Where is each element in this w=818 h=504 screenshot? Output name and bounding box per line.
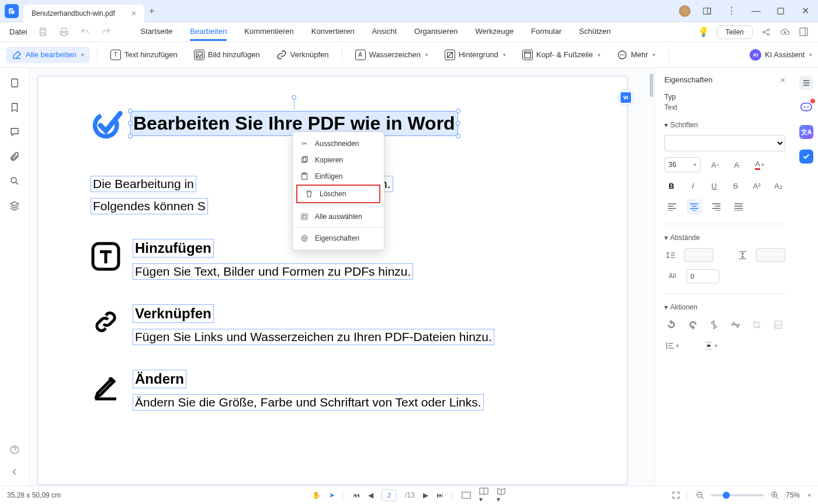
translate-icon[interactable]: 文A	[799, 125, 813, 139]
close-panel-icon[interactable]: ×	[780, 75, 785, 85]
tab-startseite[interactable]: Startseite	[140, 23, 172, 41]
search-icon[interactable]	[9, 175, 20, 187]
maximize-icon[interactable]	[772, 3, 789, 19]
next-page-icon[interactable]: ▶	[423, 491, 428, 499]
text-box[interactable]: Verknüpfen	[133, 304, 214, 323]
settings-rail-icon[interactable]	[799, 76, 813, 90]
flip-horizontal-icon[interactable]	[729, 317, 743, 332]
decrease-font-icon[interactable]: A-	[730, 157, 745, 172]
properties-menu-item[interactable]: Eigenschaften	[293, 230, 384, 246]
reading-mode-icon[interactable]: ▾	[497, 487, 506, 503]
print-icon[interactable]	[58, 27, 69, 37]
undo-icon[interactable]	[79, 27, 90, 37]
font-color-icon[interactable]: A▾	[752, 157, 767, 172]
help-icon[interactable]	[9, 444, 20, 456]
file-menu[interactable]: Datei	[9, 27, 27, 36]
superscript-icon[interactable]: A²	[750, 178, 764, 193]
text-box[interactable]: Fügen Sie Links und Wasserzeichen zu Ihr…	[133, 329, 494, 345]
text-box[interactable]: Fügen Sie Text, Bilder und Formen zu PDF…	[133, 263, 413, 280]
delete-menu-item[interactable]: Löschen	[296, 185, 380, 203]
bold-icon[interactable]: B	[664, 178, 679, 193]
add-image-button[interactable]: Bild hinzufügen	[188, 47, 266, 63]
window-panel-icon[interactable]	[699, 3, 715, 19]
tab-werkzeuge[interactable]: Werkzeuge	[476, 23, 514, 41]
rotate-left-icon[interactable]	[664, 317, 679, 332]
tab-schützen[interactable]: Schützen	[579, 23, 611, 41]
tab-organisieren[interactable]: Organisieren	[414, 23, 457, 41]
flip-vertical-icon[interactable]	[707, 317, 722, 332]
crop-icon[interactable]	[750, 317, 764, 332]
share-graph-icon[interactable]	[761, 27, 771, 37]
bookmark-icon[interactable]	[9, 102, 20, 113]
rotate-right-icon[interactable]	[686, 317, 701, 332]
text-box[interactable]: Die Bearbeitung in	[91, 176, 196, 192]
redo-icon[interactable]	[100, 27, 111, 37]
paragraph-spacing-input[interactable]	[756, 248, 785, 262]
zoom-slider[interactable]	[711, 494, 764, 496]
minimize-icon[interactable]: —	[748, 3, 764, 19]
add-text-button[interactable]: TText hinzufügen	[105, 47, 183, 63]
user-avatar[interactable]	[679, 5, 691, 17]
cloud-icon[interactable]	[779, 27, 790, 37]
text-box[interactable]: Ändern Sie die Größe, Farbe und Schrifta…	[133, 394, 484, 411]
lightbulb-icon[interactable]: 💡	[698, 27, 709, 37]
close-window-icon[interactable]: ✕	[797, 3, 813, 19]
tab-formular[interactable]: Formular	[531, 23, 561, 41]
window-layout-icon[interactable]	[798, 27, 809, 37]
more-button[interactable]: Mehr▾	[611, 47, 662, 63]
layers-icon[interactable]	[9, 200, 20, 211]
document-tab[interactable]: Benutzerhandbuch-win.pdf ×	[23, 5, 144, 22]
check-rail-icon[interactable]	[799, 150, 813, 164]
header-footer-button[interactable]: Kopf- & Fußzeile▾	[517, 47, 606, 63]
view-mode-icon[interactable]: ▾	[479, 487, 488, 503]
select-tool-icon[interactable]: ➤	[329, 491, 335, 499]
italic-icon[interactable]: I	[686, 178, 701, 193]
prev-page-icon[interactable]: ◀	[368, 491, 373, 499]
kebab-icon[interactable]: ⋮	[723, 3, 740, 19]
tab-bearbeiten[interactable]: Bearbeiten	[190, 23, 227, 41]
save-icon[interactable]	[37, 27, 48, 37]
zoom-level[interactable]: 75%	[786, 491, 800, 499]
replace-image-icon[interactable]	[771, 317, 786, 332]
tab-kommentieren[interactable]: Kommentieren	[244, 23, 294, 41]
paste-menu-item[interactable]: Einfügen	[293, 168, 384, 185]
fonts-section[interactable]: ▾ Schriften	[664, 121, 785, 129]
strikethrough-icon[interactable]: S	[729, 178, 743, 193]
background-button[interactable]: Hintergrund▾	[439, 47, 512, 63]
tab-ansicht[interactable]: Ansicht	[372, 23, 397, 41]
align-objects-icon[interactable]: ▾	[664, 338, 680, 353]
font-size-input[interactable]: 36▾	[664, 157, 701, 172]
last-page-icon[interactable]: ⏭	[436, 491, 443, 499]
edit-all-button[interactable]: Alle bearbeiten▾	[6, 47, 90, 63]
share-button[interactable]: Teilen	[717, 25, 753, 39]
text-box[interactable]: Folgendes können S	[91, 198, 208, 214]
attachment-icon[interactable]	[9, 151, 20, 162]
cut-menu-item[interactable]: ✂Ausschneiden	[293, 135, 384, 152]
comment-icon[interactable]	[9, 126, 20, 138]
text-box[interactable]: Ändern	[133, 370, 186, 388]
collapse-left-icon[interactable]	[9, 466, 20, 478]
fullscreen-icon[interactable]	[672, 491, 680, 499]
distribute-icon[interactable]: ▾	[703, 338, 718, 353]
page-number-input[interactable]	[382, 489, 397, 501]
fit-width-icon[interactable]	[462, 491, 471, 499]
spacing-section[interactable]: ▾ Abstände	[664, 234, 785, 242]
new-tab-button[interactable]: +	[149, 6, 154, 16]
link-button[interactable]: Verknüpfen	[271, 47, 335, 63]
zoom-in-icon[interactable]	[771, 491, 779, 499]
align-justify-icon[interactable]	[731, 199, 746, 214]
tab-konvertieren[interactable]: Konvertieren	[311, 23, 355, 41]
word-export-badge[interactable]: W	[618, 89, 634, 106]
canvas-area[interactable]: W Bearbeiten Sie Ihre PDF wie in Word Di…	[29, 68, 654, 486]
align-right-icon[interactable]	[709, 199, 724, 214]
hand-tool-icon[interactable]: ✋	[312, 491, 321, 499]
text-box[interactable]: Hinzufügen	[133, 239, 214, 258]
close-icon[interactable]: ×	[131, 9, 136, 18]
line-spacing-input[interactable]	[684, 248, 713, 262]
ai-assistant-button[interactable]: AIKI Assistent▾	[750, 49, 812, 61]
font-family-select[interactable]	[664, 135, 785, 151]
underline-icon[interactable]: U	[707, 178, 722, 193]
zoom-out-icon[interactable]	[696, 491, 704, 499]
thumbnails-icon[interactable]	[9, 77, 20, 89]
align-center-icon[interactable]	[687, 199, 702, 214]
